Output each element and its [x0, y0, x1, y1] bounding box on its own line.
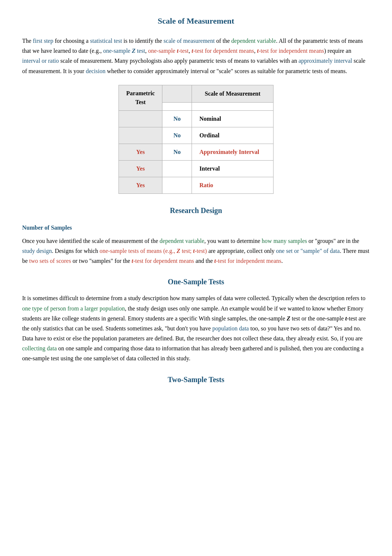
row-ratio-scale: Ratio [192, 177, 274, 193]
header-parametric-label: Parametric [126, 90, 155, 96]
t-dep-link: t-test for dependent means [132, 258, 194, 264]
header-test-label: Test [135, 99, 146, 105]
t-test-ind-text: t-test for independent means [257, 48, 324, 54]
row-empty-scale [192, 102, 274, 110]
header-scale-label: Scale of Measurement [205, 90, 261, 97]
row-interval-param: Yes [119, 160, 162, 177]
collecting-data-text: collecting data [22, 345, 57, 351]
one-sample-tests-text: one-sample tests of means (e.g., Z test;… [100, 248, 207, 254]
row-ratio-test [162, 177, 192, 193]
row-empty-test [162, 102, 192, 110]
row-approx-test: No [162, 144, 192, 160]
row-nominal-test: No [162, 110, 192, 127]
two-sets-text: two sets of scores [29, 258, 71, 264]
one-sample-title: One-Sample Tests [22, 276, 370, 287]
population-data-text: population data [212, 325, 249, 332]
two-sample-title: Two-Sample Tests [22, 374, 370, 385]
page-title: Scale of Measurement [22, 15, 370, 27]
header-test-col [162, 85, 192, 102]
how-many-samples-text: how many samples [262, 238, 307, 244]
one-sample-t-text: one-sample t-test [148, 48, 189, 54]
table-row-ratio: Yes Ratio [119, 177, 274, 193]
scale-measurement-text: scale of measurement [164, 38, 215, 44]
one-type-text: one type of person from a larger populat… [22, 305, 125, 312]
research-design-title: Research Design [22, 205, 370, 216]
decision-text: decision [86, 68, 105, 74]
study-design-text: study design [22, 248, 52, 254]
row-approx-param: Yes [119, 144, 162, 160]
table-row-interval: Yes Interval [119, 160, 274, 177]
statistical-test-text: statistical test [90, 38, 122, 44]
intro-paragraph: The first step for choosing a statistica… [22, 36, 370, 76]
t-ind-link: t-test for independent means [214, 258, 282, 264]
dependent-variable-text: dependent variable [231, 38, 276, 44]
row-ordinal-param [119, 127, 162, 144]
interval-ratio-text: interval or ratio [22, 58, 59, 64]
dep-var-link: dependent variable [159, 238, 204, 244]
header-scale: Scale of Measurement [192, 85, 274, 102]
header-parametric: Parametric Test [119, 85, 162, 110]
row-ratio-param: Yes [119, 177, 162, 193]
table-row-nominal: No Nominal [119, 110, 274, 127]
table-row-approx: Yes No Approximately Interval [119, 144, 274, 160]
scale-table: Parametric Test Scale of Measurement No … [118, 85, 274, 194]
scale-table-container: Parametric Test Scale of Measurement No … [22, 85, 370, 194]
row-ordinal-test: No [162, 127, 192, 144]
row-nominal-scale: Nominal [192, 110, 274, 127]
one-sample-paragraph: It is sometimes difficult to determine f… [22, 293, 370, 363]
row-approx-scale: Approximately Interval [192, 144, 274, 160]
row-nominal-param [119, 110, 162, 127]
row-ordinal-scale: Ordinal [192, 127, 274, 144]
row-interval-scale: Interval [192, 160, 274, 177]
number-of-samples-label: Number of Samples [22, 223, 370, 232]
research-design-paragraph: Once you have identified the scale of me… [22, 236, 370, 266]
one-sample-z-text: one-sample Z test [103, 48, 145, 54]
first-step-text: first step [33, 38, 54, 44]
row-interval-test [162, 160, 192, 177]
approx-interval-text: approximately interval [299, 58, 352, 64]
one-set-text: one set or "sample" of data [276, 248, 340, 254]
table-row-ordinal: No Ordinal [119, 127, 274, 144]
table-header-row: Parametric Test Scale of Measurement [119, 85, 274, 102]
t-test-dep-text: t-test for dependent means [192, 48, 254, 54]
